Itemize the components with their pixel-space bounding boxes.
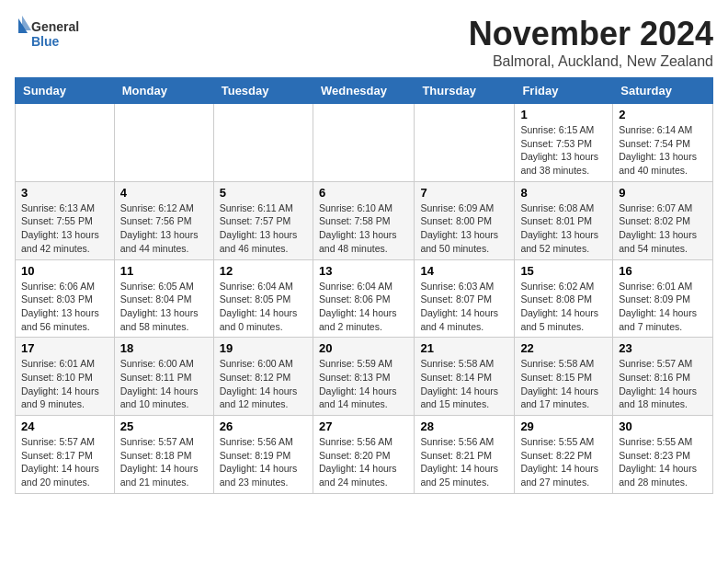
day-number: 8 [520, 186, 607, 200]
calendar-body: 1Sunrise: 6:15 AM Sunset: 7:53 PM Daylig… [16, 104, 713, 494]
title-area: November 2024 Balmoral, Auckland, New Ze… [469, 15, 713, 70]
calendar-week-4: 17Sunrise: 6:01 AM Sunset: 8:10 PM Dayli… [16, 338, 713, 416]
calendar-cell [16, 104, 115, 182]
day-number: 18 [120, 341, 208, 355]
day-number: 7 [420, 186, 508, 200]
day-number: 11 [120, 264, 208, 278]
day-info: Sunrise: 6:13 AM Sunset: 7:55 PM Dayligh… [21, 201, 108, 256]
calendar-cell: 24Sunrise: 5:57 AM Sunset: 8:17 PM Dayli… [16, 416, 115, 494]
calendar-cell [415, 104, 515, 182]
calendar-cell: 28Sunrise: 5:56 AM Sunset: 8:21 PM Dayli… [415, 416, 515, 494]
calendar-cell: 6Sunrise: 6:10 AM Sunset: 7:58 PM Daylig… [313, 181, 414, 259]
logo-svg: General Blue [15, 15, 88, 52]
day-info: Sunrise: 6:09 AM Sunset: 8:00 PM Dayligh… [420, 201, 508, 256]
day-info: Sunrise: 6:06 AM Sunset: 8:03 PM Dayligh… [21, 280, 108, 334]
day-number: 12 [220, 264, 307, 278]
day-info: Sunrise: 6:08 AM Sunset: 8:01 PM Dayligh… [520, 201, 607, 256]
weekday-header-monday: Monday [114, 78, 213, 104]
day-number: 29 [520, 419, 607, 433]
subtitle: Balmoral, Auckland, New Zealand [469, 53, 713, 70]
weekday-header-thursday: Thursday [415, 78, 515, 104]
svg-text:General: General [31, 19, 79, 34]
day-number: 3 [21, 186, 108, 200]
day-number: 30 [619, 419, 707, 433]
day-info: Sunrise: 6:12 AM Sunset: 7:56 PM Dayligh… [120, 201, 208, 256]
svg-text:Blue: Blue [31, 34, 60, 49]
calendar-cell: 15Sunrise: 6:02 AM Sunset: 8:08 PM Dayli… [515, 259, 613, 338]
day-number: 2 [619, 108, 707, 121]
day-number: 4 [120, 186, 208, 200]
logo: General Blue [15, 15, 88, 52]
calendar-week-5: 24Sunrise: 5:57 AM Sunset: 8:17 PM Dayli… [16, 416, 713, 494]
calendar-cell: 7Sunrise: 6:09 AM Sunset: 8:00 PM Daylig… [415, 181, 515, 259]
day-number: 1 [520, 108, 607, 121]
day-info: Sunrise: 6:04 AM Sunset: 8:06 PM Dayligh… [319, 280, 408, 334]
main-title: November 2024 [469, 15, 713, 53]
day-info: Sunrise: 6:14 AM Sunset: 7:54 PM Dayligh… [619, 123, 707, 178]
calendar-cell: 19Sunrise: 6:00 AM Sunset: 8:12 PM Dayli… [213, 338, 313, 416]
day-info: Sunrise: 6:11 AM Sunset: 7:57 PM Dayligh… [220, 201, 307, 256]
day-number: 13 [319, 264, 408, 278]
calendar-cell [313, 104, 414, 182]
day-info: Sunrise: 6:05 AM Sunset: 8:04 PM Dayligh… [120, 280, 208, 334]
calendar-cell: 16Sunrise: 6:01 AM Sunset: 8:09 PM Dayli… [613, 259, 713, 338]
calendar-cell [213, 104, 313, 182]
weekday-header-friday: Friday [515, 78, 613, 104]
calendar-cell: 1Sunrise: 6:15 AM Sunset: 7:53 PM Daylig… [515, 104, 613, 182]
day-info: Sunrise: 6:01 AM Sunset: 8:09 PM Dayligh… [619, 280, 707, 334]
calendar-cell: 22Sunrise: 5:58 AM Sunset: 8:15 PM Dayli… [515, 338, 613, 416]
calendar-cell: 21Sunrise: 5:58 AM Sunset: 8:14 PM Dayli… [415, 338, 515, 416]
calendar-cell: 10Sunrise: 6:06 AM Sunset: 8:03 PM Dayli… [16, 259, 115, 338]
calendar-cell: 5Sunrise: 6:11 AM Sunset: 7:57 PM Daylig… [213, 181, 313, 259]
day-number: 20 [319, 341, 408, 355]
calendar-cell [114, 104, 213, 182]
day-info: Sunrise: 5:56 AM Sunset: 8:19 PM Dayligh… [220, 435, 307, 489]
calendar-cell: 20Sunrise: 5:59 AM Sunset: 8:13 PM Dayli… [313, 338, 414, 416]
calendar-week-1: 1Sunrise: 6:15 AM Sunset: 7:53 PM Daylig… [16, 104, 713, 182]
day-info: Sunrise: 6:00 AM Sunset: 8:11 PM Dayligh… [120, 357, 208, 411]
weekday-header-sunday: Sunday [16, 78, 115, 104]
calendar-cell: 30Sunrise: 5:55 AM Sunset: 8:23 PM Dayli… [613, 416, 713, 494]
day-info: Sunrise: 6:10 AM Sunset: 7:58 PM Dayligh… [319, 201, 408, 256]
day-number: 21 [420, 341, 508, 355]
calendar-cell: 25Sunrise: 5:57 AM Sunset: 8:18 PM Dayli… [114, 416, 213, 494]
calendar-cell: 3Sunrise: 6:13 AM Sunset: 7:55 PM Daylig… [16, 181, 115, 259]
day-number: 28 [420, 419, 508, 433]
calendar-cell: 23Sunrise: 5:57 AM Sunset: 8:16 PM Dayli… [613, 338, 713, 416]
day-number: 15 [520, 264, 607, 278]
day-number: 17 [21, 341, 108, 355]
calendar-header: SundayMondayTuesdayWednesdayThursdayFrid… [16, 78, 713, 104]
calendar-cell: 26Sunrise: 5:56 AM Sunset: 8:19 PM Dayli… [213, 416, 313, 494]
day-info: Sunrise: 6:01 AM Sunset: 8:10 PM Dayligh… [21, 357, 108, 411]
weekday-header-wednesday: Wednesday [313, 78, 414, 104]
svg-marker-3 [22, 16, 31, 30]
day-number: 5 [220, 186, 307, 200]
calendar-cell: 2Sunrise: 6:14 AM Sunset: 7:54 PM Daylig… [613, 104, 713, 182]
day-number: 6 [319, 186, 408, 200]
day-info: Sunrise: 5:59 AM Sunset: 8:13 PM Dayligh… [319, 357, 408, 411]
day-info: Sunrise: 6:07 AM Sunset: 8:02 PM Dayligh… [619, 201, 707, 256]
day-info: Sunrise: 5:55 AM Sunset: 8:23 PM Dayligh… [619, 435, 707, 489]
day-number: 23 [619, 341, 707, 355]
calendar-cell: 27Sunrise: 5:56 AM Sunset: 8:20 PM Dayli… [313, 416, 414, 494]
day-number: 27 [319, 419, 408, 433]
day-info: Sunrise: 5:55 AM Sunset: 8:22 PM Dayligh… [520, 435, 607, 489]
day-number: 26 [220, 419, 307, 433]
day-number: 9 [619, 186, 707, 200]
calendar-cell: 17Sunrise: 6:01 AM Sunset: 8:10 PM Dayli… [16, 338, 115, 416]
calendar: SundayMondayTuesdayWednesdayThursdayFrid… [15, 77, 713, 494]
day-info: Sunrise: 6:15 AM Sunset: 7:53 PM Dayligh… [520, 123, 607, 178]
calendar-cell: 4Sunrise: 6:12 AM Sunset: 7:56 PM Daylig… [114, 181, 213, 259]
day-number: 14 [420, 264, 508, 278]
calendar-cell: 12Sunrise: 6:04 AM Sunset: 8:05 PM Dayli… [213, 259, 313, 338]
day-number: 19 [220, 341, 307, 355]
calendar-cell: 18Sunrise: 6:00 AM Sunset: 8:11 PM Dayli… [114, 338, 213, 416]
day-info: Sunrise: 6:02 AM Sunset: 8:08 PM Dayligh… [520, 280, 607, 334]
day-number: 10 [21, 264, 108, 278]
day-number: 16 [619, 264, 707, 278]
day-number: 22 [520, 341, 607, 355]
weekday-header-saturday: Saturday [613, 78, 713, 104]
day-number: 24 [21, 419, 108, 433]
calendar-cell: 11Sunrise: 6:05 AM Sunset: 8:04 PM Dayli… [114, 259, 213, 338]
header: General Blue November 2024 Balmoral, Auc… [15, 15, 713, 70]
